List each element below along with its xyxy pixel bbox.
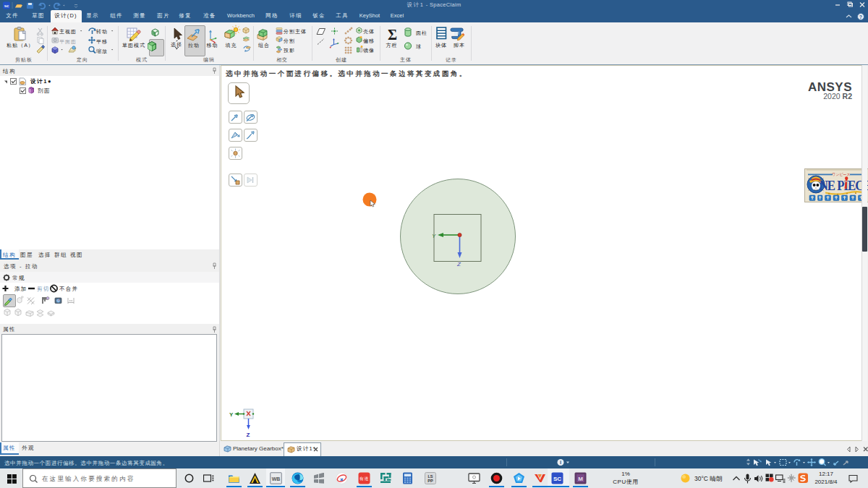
svg-text:?: ? [859,14,862,20]
svg-text:LS: LS [427,474,433,479]
svg-text:Y: Y [432,233,436,239]
svg-text:i: i [560,459,561,466]
svg-text:M: M [578,476,583,482]
svg-text:NE PIECE: NE PIECE [820,178,868,193]
svg-text:Z: Z [247,432,250,438]
svg-text:Y: Y [229,411,234,418]
svg-text:有道: 有道 [359,476,369,481]
svg-text:WB: WB [272,476,281,481]
svg-text:PP: PP [427,479,433,483]
svg-text:ワンピース: ワンピース [832,172,850,176]
svg-text:SC: SC [553,476,561,482]
